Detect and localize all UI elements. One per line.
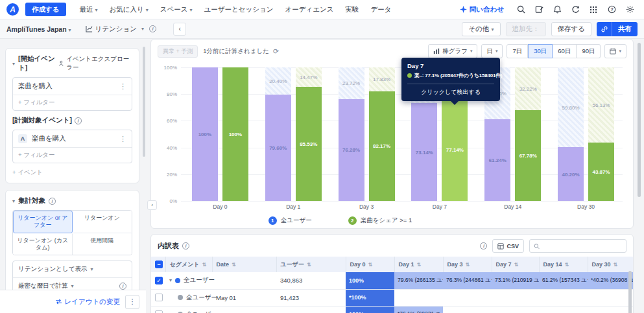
- granularity-dropdown[interactable]: 日▾: [481, 44, 503, 58]
- day-value-cell[interactable]: 79.6% (266135 ユー...: [394, 272, 443, 289]
- column-header[interactable]: Day 1⇅: [394, 257, 443, 272]
- column-header[interactable]: Day 14⇅: [539, 257, 588, 272]
- add-filter-button[interactable]: + フィルター: [13, 147, 132, 163]
- day-value-cell[interactable]: [588, 306, 633, 313]
- nav-menu-item[interactable]: お気に入り▾: [104, 3, 154, 17]
- tooltip-detect-button[interactable]: クリックして検出する: [407, 84, 494, 101]
- sort-icon[interactable]: ⇅: [232, 262, 236, 268]
- kebab-menu-icon[interactable]: ⋮: [119, 82, 126, 91]
- sync-icon[interactable]: [567, 3, 583, 17]
- day-value-cell[interactable]: 100%: [346, 272, 394, 289]
- sort-icon[interactable]: ⇅: [417, 262, 422, 268]
- day-value-cell[interactable]: *100%: [346, 289, 394, 306]
- column-header[interactable]: ユーザー⇅: [276, 257, 346, 272]
- day-value-cell[interactable]: 61.2% (157343 ユー...: [539, 272, 588, 289]
- row-checkbox[interactable]: [155, 294, 163, 301]
- range-button[interactable]: 60日: [553, 44, 577, 58]
- event-row[interactable]: 楽曲を購入 ⋮: [13, 78, 132, 95]
- select-all-checkbox[interactable]: –: [155, 261, 163, 268]
- info-icon[interactable]: i: [75, 117, 82, 124]
- table-search-input[interactable]: [543, 242, 622, 249]
- sort-icon[interactable]: ⇅: [565, 262, 569, 268]
- sort-icon[interactable]: ⇅: [614, 262, 618, 268]
- column-header[interactable]: Date⇅: [212, 257, 276, 272]
- sort-icon[interactable]: ⇅: [307, 262, 311, 268]
- save-button[interactable]: 保存する: [551, 22, 592, 36]
- retention-bar[interactable]: 0%100%: [192, 67, 218, 201]
- info-icon[interactable]: i: [149, 25, 156, 32]
- sidebar-collapse-button[interactable]: ‹: [173, 23, 186, 36]
- retention-bar[interactable]: 32.22%67.78%: [515, 67, 541, 201]
- event-explorer-link[interactable]: イベントエクスプローラー: [58, 55, 132, 72]
- sort-icon[interactable]: ⇅: [466, 262, 470, 268]
- retention-bar[interactable]: 56.13%43.87%: [588, 67, 614, 201]
- info-icon[interactable]: i: [182, 242, 189, 249]
- sort-icon[interactable]: ⇅: [202, 262, 207, 268]
- share-button[interactable]: 共有: [612, 22, 638, 36]
- column-header[interactable]: Day 0⇅: [346, 257, 394, 272]
- retention-bar[interactable]: 23.72%76.28%: [339, 67, 364, 201]
- day-value-cell[interactable]: 100%: [346, 306, 394, 313]
- column-header[interactable]: Day 30⇅: [588, 257, 633, 272]
- add-filter-button[interactable]: + フィルター: [13, 95, 132, 110]
- sidebar-scrollbar[interactable]: [143, 47, 145, 157]
- sort-icon[interactable]: ⇅: [514, 262, 519, 268]
- notifications-bell-icon[interactable]: [549, 3, 565, 17]
- search-icon[interactable]: [513, 3, 529, 17]
- ask-ai-link[interactable]: 問い合わせ: [460, 5, 504, 14]
- nav-menu-item[interactable]: 実験: [340, 3, 365, 17]
- day-value-cell[interactable]: [492, 289, 539, 306]
- layout-kebab-button[interactable]: ⋮: [125, 295, 139, 309]
- day-value-cell[interactable]: [539, 306, 588, 313]
- help-icon[interactable]: ?: [604, 3, 619, 17]
- table-scrollbar[interactable]: [628, 271, 632, 313]
- column-header[interactable]: セグメント⇅: [165, 257, 212, 272]
- nav-menu-item[interactable]: ユーザーとセッション: [198, 3, 280, 17]
- page-scrollbar[interactable]: [638, 43, 641, 197]
- sort-icon[interactable]: ⇅: [368, 262, 373, 268]
- date-range-dropdown[interactable]: ▾: [604, 44, 626, 58]
- legend-item[interactable]: 2楽曲をシェア >= 1: [348, 216, 412, 225]
- add-event-button[interactable]: + イベント: [12, 168, 132, 177]
- refresh-icon[interactable]: ⟳: [273, 47, 279, 56]
- info-icon[interactable]: i: [480, 242, 487, 249]
- nav-menu-item[interactable]: データ: [365, 3, 398, 17]
- retention-bar[interactable]: 14.47%85.53%: [296, 67, 322, 201]
- chevron-down-icon[interactable]: ▾: [12, 198, 15, 204]
- day-value-cell[interactable]: *76.1% (69231 ユー...: [394, 306, 443, 313]
- copy-link-button[interactable]: [597, 22, 612, 36]
- day-value-cell[interactable]: *40.2% (36908 ユー...: [588, 272, 633, 289]
- chart-type-selector[interactable]: リテンション▾: [86, 25, 145, 34]
- retention-bar[interactable]: 0%100%: [222, 67, 248, 201]
- aggregation-option[interactable]: 使用間隔: [73, 233, 132, 255]
- day-value-cell[interactable]: [394, 289, 443, 306]
- chart-type-dropdown[interactable]: 棒グラフ▾: [428, 44, 477, 58]
- day-value-cell[interactable]: [539, 289, 588, 306]
- day-value-cell[interactable]: 76.3% (244861 ユー...: [443, 272, 492, 289]
- column-header[interactable]: Day 3⇅: [443, 257, 492, 272]
- export-csv-button[interactable]: CSV: [492, 239, 524, 253]
- day-value-cell[interactable]: [492, 306, 539, 313]
- range-button[interactable]: 90日: [577, 44, 601, 58]
- display-as-select[interactable]: リテンションとして表示▾: [13, 261, 132, 277]
- retention-bar[interactable]: 17.83%82.17%: [369, 67, 395, 201]
- settings-gear-icon[interactable]: [622, 3, 638, 17]
- aggregation-option[interactable]: リターンオン or アフター: [13, 211, 73, 233]
- aggregation-option[interactable]: リターンオン (カスタム): [13, 233, 73, 255]
- range-button[interactable]: 7日: [507, 44, 528, 58]
- range-button[interactable]: 30日: [528, 44, 553, 58]
- more-button[interactable]: その他▾: [462, 22, 500, 36]
- row-checkbox[interactable]: ✓: [155, 277, 163, 284]
- change-layout-button[interactable]: レイアウトの変更: [55, 297, 120, 307]
- column-header[interactable]: Day 7⇅: [492, 257, 539, 272]
- chart-collapse-button[interactable]: ‹: [147, 200, 157, 210]
- day-value-cell[interactable]: 73.1% (210919 ユー...: [492, 272, 539, 289]
- day-value-cell[interactable]: [588, 289, 633, 306]
- legend-item[interactable]: 1全ユーザー: [268, 216, 312, 225]
- row-checkbox[interactable]: [155, 310, 163, 313]
- apps-grid-icon[interactable]: [586, 3, 601, 17]
- chevron-down-icon[interactable]: ▾: [12, 61, 15, 67]
- nav-menu-item[interactable]: 最近▾: [74, 3, 104, 17]
- event-row[interactable]: A 楽曲を購入 ⋮: [13, 130, 132, 147]
- amplitude-logo-icon[interactable]: A: [6, 3, 19, 16]
